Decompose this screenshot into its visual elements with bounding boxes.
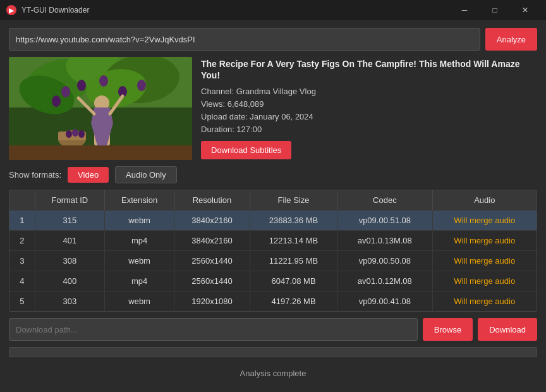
audio-only-button[interactable]: Audio Only <box>115 166 177 183</box>
duration-info: Duration: 127:00 <box>201 125 537 134</box>
url-bar: Analyze <box>9 28 537 51</box>
row-file-size: 12213.14 MB <box>250 231 337 251</box>
thumbnail <box>9 57 192 160</box>
row-extension: mp4 <box>105 271 174 291</box>
row-num: 5 <box>9 291 35 312</box>
row-extension: webm <box>105 251 174 271</box>
svg-rect-19 <box>9 145 192 160</box>
show-formats-label: Show formats: <box>9 170 61 180</box>
table-row[interactable]: 3308webm2560x144011221.95 MBvp09.00.50.0… <box>9 251 537 271</box>
row-resolution: 1920x1080 <box>174 291 250 312</box>
url-input[interactable] <box>9 28 480 51</box>
video-title: The Recipe For A Very Tasty Figs On The … <box>201 58 537 81</box>
row-codec: vp09.00.51.08 <box>337 211 432 231</box>
table-row[interactable]: 4400mp42560x14406047.08 MBav01.0.12M.08W… <box>9 271 537 291</box>
row-audio: Will merge audio <box>432 271 537 291</box>
download-subtitles-button[interactable]: Download Subtitles <box>201 141 291 159</box>
row-resolution: 2560x1440 <box>174 251 250 271</box>
svg-point-22 <box>78 130 85 138</box>
table-row[interactable]: 1315webm3840x216023683.36 MBvp09.00.51.0… <box>9 211 537 231</box>
maximize-button[interactable]: □ <box>480 0 509 20</box>
col-format-id: Format ID <box>35 190 105 211</box>
video-info: The Recipe For A Very Tasty Figs On The … <box>9 57 537 160</box>
formats-table-container: Format ID Extension Resolution File Size… <box>9 190 537 312</box>
upload-date-info: Upload date: January 06, 2024 <box>201 112 537 121</box>
row-file-size: 23683.36 MB <box>250 211 337 231</box>
row-file-size: 4197.26 MB <box>250 291 337 312</box>
col-extension: Extension <box>105 190 174 211</box>
row-audio: Will merge audio <box>432 211 537 231</box>
row-num: 2 <box>9 231 35 251</box>
row-file-size: 11221.95 MB <box>250 251 337 271</box>
col-file-size: File Size <box>250 190 337 211</box>
row-extension: mp4 <box>105 231 174 251</box>
row-extension: webm <box>105 211 174 231</box>
table-row[interactable]: 2401mp43840x216012213.14 MBav01.0.13M.08… <box>9 231 537 251</box>
row-format-id: 315 <box>35 211 105 231</box>
main-content: Analyze <box>0 20 546 365</box>
row-num: 4 <box>9 271 35 291</box>
video-format-button[interactable]: Video <box>68 167 109 183</box>
row-audio: Will merge audio <box>432 231 537 251</box>
channel-info: Channel: Grandma Village Vlog <box>201 87 537 96</box>
row-num: 1 <box>9 211 35 231</box>
status-bar: Analysis complete <box>0 365 546 382</box>
row-resolution: 3840x2160 <box>174 231 250 251</box>
row-format-id: 303 <box>35 291 105 312</box>
col-audio: Audio <box>432 190 537 211</box>
row-file-size: 6047.08 MB <box>250 271 337 291</box>
table-row[interactable]: 5303webm1920x10804197.26 MBvp09.00.41.08… <box>9 291 537 312</box>
svg-point-12 <box>52 95 61 107</box>
svg-point-20 <box>66 130 72 138</box>
row-audio: Will merge audio <box>432 291 537 312</box>
app-icon: ▶ <box>6 5 16 15</box>
row-codec: av01.0.12M.08 <box>337 271 432 291</box>
download-button[interactable]: Download <box>478 318 537 341</box>
close-button[interactable]: ✕ <box>511 0 540 20</box>
row-audio: Will merge audio <box>432 251 537 271</box>
svg-point-11 <box>137 80 146 91</box>
window-controls: ─ □ ✕ <box>450 0 540 20</box>
views-info: Views: 6,648,089 <box>201 99 537 109</box>
row-format-id: 400 <box>35 271 105 291</box>
row-extension: webm <box>105 291 174 312</box>
row-codec: vp09.00.50.08 <box>337 251 432 271</box>
row-format-id: 401 <box>35 231 105 251</box>
download-path-bar: Browse Download <box>9 318 537 341</box>
status-text: Analysis complete <box>240 369 306 378</box>
col-resolution: Resolution <box>174 190 250 211</box>
analyze-button[interactable]: Analyze <box>485 28 537 51</box>
video-details: The Recipe For A Very Tasty Figs On The … <box>201 57 537 160</box>
col-codec: Codec <box>337 190 432 211</box>
browse-button[interactable]: Browse <box>423 318 473 341</box>
col-num <box>9 190 35 211</box>
svg-point-9 <box>99 75 108 87</box>
row-format-id: 308 <box>35 251 105 271</box>
app-title: YT-GUI Downloader <box>21 6 450 15</box>
svg-point-7 <box>61 86 70 97</box>
formats-table: Format ID Extension Resolution File Size… <box>9 190 537 311</box>
row-codec: vp09.00.41.08 <box>337 291 432 312</box>
table-body: 1315webm3840x216023683.36 MBvp09.00.51.0… <box>9 211 537 312</box>
download-path-input[interactable] <box>9 318 418 341</box>
format-toggle: Show formats: Video Audio Only <box>9 166 537 183</box>
progress-bar <box>9 347 537 357</box>
svg-point-21 <box>72 129 78 137</box>
row-resolution: 2560x1440 <box>174 271 250 291</box>
title-bar: ▶ YT-GUI Downloader ─ □ ✕ <box>0 0 546 20</box>
row-resolution: 3840x2160 <box>174 211 250 231</box>
row-num: 3 <box>9 251 35 271</box>
minimize-button[interactable]: ─ <box>450 0 479 20</box>
table-header-row: Format ID Extension Resolution File Size… <box>9 190 537 211</box>
svg-point-8 <box>77 80 86 91</box>
row-codec: av01.0.13M.08 <box>337 231 432 251</box>
